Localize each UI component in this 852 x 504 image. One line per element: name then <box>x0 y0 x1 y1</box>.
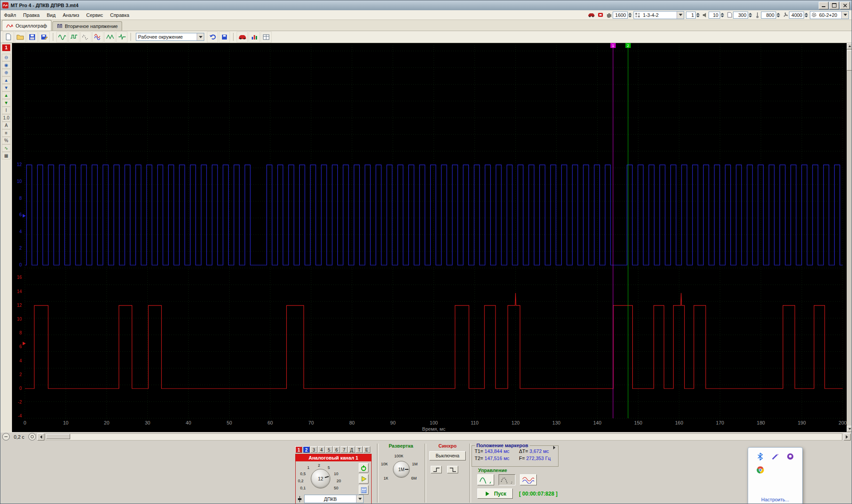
rpm-spinner-arrows[interactable] <box>628 13 632 17</box>
menu-service[interactable]: Сервис <box>83 11 107 19</box>
zoom-in-icon[interactable]: ⊕ <box>2 69 11 76</box>
sweep-knob[interactable]: 1М <box>393 461 410 478</box>
sync-mode-button[interactable]: Выключена <box>429 451 466 460</box>
value4000[interactable]: 4000 <box>789 12 804 19</box>
channel-tab-2[interactable]: 2 <box>303 446 310 453</box>
shift-down-icon[interactable]: ▼ <box>2 84 11 91</box>
vertical-scrollbar[interactable] <box>847 43 852 432</box>
expand-up-icon[interactable]: ▲ <box>2 91 11 99</box>
channel-tab-d[interactable]: Д <box>348 446 355 453</box>
percent-icon[interactable]: % <box>2 137 11 144</box>
sensor-dropdown[interactable] <box>356 495 363 503</box>
value300-spinner-arrows[interactable] <box>749 13 752 17</box>
value4000-spinner-arrows[interactable] <box>804 13 808 17</box>
zoom-out-icon[interactable]: ⊖ <box>2 54 11 61</box>
tray-customize-link[interactable]: Настроить... <box>748 497 802 502</box>
channel-tab-e[interactable]: Е <box>363 446 370 453</box>
rpm-value[interactable]: 1600 <box>613 12 628 19</box>
channel-tab-4[interactable]: 4 <box>318 446 325 453</box>
expand-down-icon[interactable]: ▼ <box>2 99 11 107</box>
close-button[interactable] <box>840 2 850 9</box>
waveform-preset-3-button[interactable] <box>80 32 91 43</box>
rising-edge-button[interactable] <box>431 466 442 473</box>
scroll-down-button[interactable] <box>847 426 852 432</box>
crank-wheel-dropdown[interactable] <box>841 12 848 19</box>
cylinder-value[interactable]: 1 <box>686 12 696 19</box>
menu-view[interactable]: Вид <box>43 11 59 19</box>
waveform-preset-6-button[interactable] <box>116 32 127 43</box>
voltage-scale-knob[interactable]: 12 <box>311 469 330 488</box>
menu-edit[interactable]: Правка <box>20 11 43 19</box>
pen-tool-icon[interactable] <box>771 452 780 461</box>
value4000-spinner[interactable]: 4000 <box>782 12 808 19</box>
save-file-button[interactable] <box>27 32 38 43</box>
save-as-button[interactable] <box>39 32 50 43</box>
channel-tab-3[interactable]: 3 <box>310 446 317 453</box>
workspace-combo[interactable]: Рабочее окружение <box>136 33 204 41</box>
channel-tab-1[interactable]: 1 <box>295 446 302 453</box>
grid-toggle-icon[interactable]: ≡ <box>2 129 11 137</box>
start-button[interactable]: Пуск <box>477 488 513 499</box>
waveform-preset-1-button[interactable] <box>56 32 67 43</box>
quick-save-button[interactable] <box>219 32 230 43</box>
bluetooth-icon[interactable] <box>756 452 765 461</box>
firing-order-dropdown[interactable] <box>677 12 684 19</box>
volume-value[interactable]: 10 <box>709 12 720 19</box>
value800-spinner-arrows[interactable] <box>777 13 780 17</box>
markers-expand-arrow[interactable] <box>553 446 557 449</box>
channel-auto-button[interactable] <box>359 474 369 484</box>
waveform-preset-4-button[interactable] <box>92 32 103 43</box>
chrome-icon[interactable] <box>756 465 765 474</box>
value300-spinner[interactable]: 300 <box>726 12 752 19</box>
falling-edge-button[interactable] <box>447 466 458 473</box>
workspace-dropdown[interactable] <box>197 33 204 40</box>
tab-oscilloscope[interactable]: Осциллограф <box>2 20 52 31</box>
open-file-button[interactable] <box>15 32 26 43</box>
cylinder-spinner-arrows[interactable] <box>696 13 700 17</box>
waveform-preset-2-button[interactable] <box>68 32 79 43</box>
text-labels-icon[interactable]: A <box>2 122 11 129</box>
time-zoom-fit-button[interactable] <box>28 433 36 441</box>
new-file-button[interactable] <box>3 32 14 43</box>
time-scroll-thumb[interactable] <box>46 434 70 439</box>
menu-help[interactable]: Справка <box>107 11 133 19</box>
vehicle-info-button[interactable] <box>237 32 248 43</box>
volume-spinner[interactable]: 10 <box>701 12 724 19</box>
minimize-button[interactable] <box>819 2 828 9</box>
undo-button[interactable] <box>207 32 218 43</box>
menu-file[interactable]: Файл <box>0 11 20 19</box>
cylinder-spinner[interactable]: 1 <box>686 12 700 19</box>
firing-order-combo[interactable]: 1-3-4-2 <box>634 11 684 19</box>
shift-up-icon[interactable]: ▲ <box>2 76 11 84</box>
export-table-button[interactable] <box>261 32 272 43</box>
crank-wheel-combo[interactable]: 60-2+20 <box>810 11 849 19</box>
scroll-left-button[interactable] <box>37 433 44 441</box>
channel-tab-5[interactable]: 5 <box>325 446 333 453</box>
rpm-spinner[interactable]: 1600 <box>606 12 632 19</box>
messenger-icon[interactable] <box>786 452 795 461</box>
vertical-scroll-thumb[interactable] <box>847 50 852 71</box>
scroll-up-button[interactable] <box>847 43 852 49</box>
channel-tab-7[interactable]: 7 <box>341 446 348 453</box>
report-button[interactable] <box>249 32 260 43</box>
frame-view-icon[interactable]: ▦ <box>2 152 11 159</box>
value800-spinner[interactable]: 800 <box>754 12 780 19</box>
single-sweep-button[interactable] <box>477 474 494 485</box>
channel-power-button[interactable] <box>359 463 369 472</box>
scale-one-icon[interactable]: 1.0 <box>2 114 11 122</box>
tab-secondary-voltage[interactable]: Вторичное напряжение <box>52 21 122 31</box>
zoom-window-icon[interactable]: ◉ <box>2 61 11 69</box>
waveform-preset-5-button[interactable] <box>104 32 115 43</box>
time-scroll-track[interactable] <box>46 433 842 441</box>
channel-calc-button[interactable] <box>359 485 369 495</box>
continuous-sweep-button[interactable] <box>499 474 515 485</box>
sensor-select[interactable]: ДПКВ <box>304 495 364 503</box>
oscilloscope-plot[interactable]: 0102030405060708090100110120130140150160… <box>12 43 847 432</box>
cursor-ruler-icon[interactable]: I <box>2 107 11 114</box>
maximize-button[interactable] <box>829 2 839 9</box>
multi-channel-view-button[interactable] <box>520 474 537 485</box>
time-zoom-out-button[interactable] <box>2 433 10 441</box>
menu-analysis[interactable]: Анализ <box>59 11 83 19</box>
wave-view-icon[interactable]: ∿ <box>2 144 11 152</box>
volume-spinner-arrows[interactable] <box>721 13 724 17</box>
